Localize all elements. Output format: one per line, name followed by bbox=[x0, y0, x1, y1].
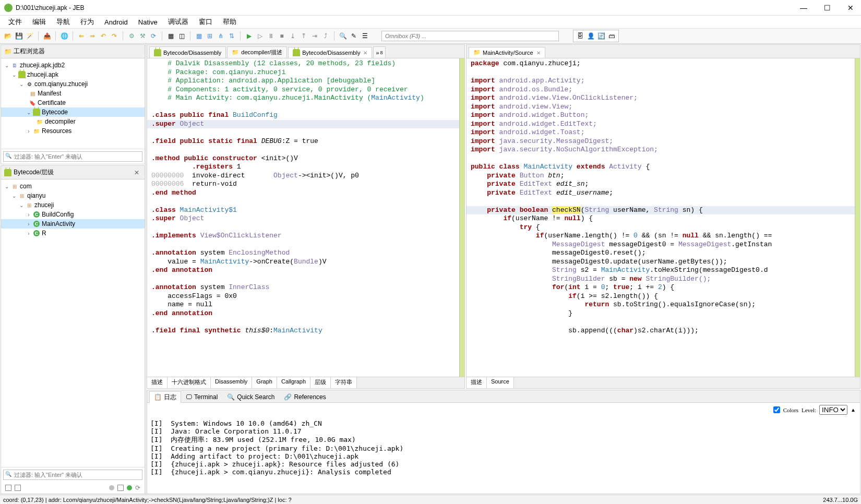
step-icon[interactable]: ⇥ bbox=[310, 31, 319, 41]
layout-icon[interactable]: ◫ bbox=[177, 31, 186, 41]
layout-icon[interactable]: ▦ bbox=[166, 31, 175, 41]
subtab-hex[interactable]: 十六进制格式 bbox=[168, 377, 211, 388]
tree-resources[interactable]: ›📁Resources bbox=[1, 126, 145, 136]
grid-icon[interactable]: ⊞ bbox=[205, 31, 214, 41]
menu-action[interactable]: 行为 bbox=[76, 16, 98, 28]
log-view[interactable]: Colors Level: INFO ▲ [I] System: Windows… bbox=[147, 403, 860, 494]
close-button[interactable]: ✕ bbox=[844, 4, 857, 12]
refresh-icon[interactable]: ⟳ bbox=[135, 484, 140, 491]
tree-mainactivity[interactable]: ›CMainActivity bbox=[1, 219, 145, 229]
tab-bytecode-disassembly[interactable]: Bytecode/Disassembly bbox=[149, 46, 226, 58]
tab-log[interactable]: 📋日志 bbox=[149, 391, 181, 403]
tree-apk[interactable]: ⌄zhuceji.apk bbox=[1, 70, 145, 79]
menu-help[interactable]: 帮助 bbox=[219, 16, 241, 28]
save-icon[interactable]: 💾 bbox=[14, 31, 23, 41]
tree-buildconfig[interactable]: ›CBuildConfig bbox=[1, 210, 145, 219]
open-icon[interactable]: 📂 bbox=[3, 31, 13, 41]
tab-quicksearch[interactable]: 🔍Quick Search bbox=[222, 391, 279, 402]
db-icon[interactable]: 🗃 bbox=[607, 31, 616, 41]
list-icon[interactable]: ☰ bbox=[360, 31, 369, 41]
tree-decompiler[interactable]: 📁decompiler bbox=[1, 117, 145, 126]
menu-android[interactable]: Android bbox=[100, 17, 132, 27]
globe-icon[interactable]: 🌐 bbox=[59, 31, 69, 41]
checkbox[interactable] bbox=[5, 485, 11, 491]
tab-mainactivity-source[interactable]: 📁MainActivity/Source✕ bbox=[469, 47, 545, 58]
menu-debugger[interactable]: 调试器 bbox=[164, 16, 193, 28]
hierarchy-icon[interactable]: ⇅ bbox=[227, 31, 236, 41]
level-select[interactable]: INFO bbox=[819, 405, 847, 415]
tree-package[interactable]: ⌄⚙com.qianyu.zhuceji bbox=[1, 79, 145, 89]
undo-icon[interactable]: ↶ bbox=[99, 31, 108, 41]
tree-bytecode[interactable]: ⌄Bytecode bbox=[1, 107, 145, 117]
grid-icon[interactable]: ▦ bbox=[194, 31, 204, 41]
forward-icon[interactable]: ⇒ bbox=[88, 31, 97, 41]
run-icon[interactable]: ▶ bbox=[244, 31, 254, 41]
pause-icon[interactable]: ⏸ bbox=[266, 31, 276, 41]
close-icon[interactable]: ✕ bbox=[536, 50, 541, 56]
menu-window[interactable]: 窗口 bbox=[195, 16, 217, 28]
close-icon[interactable]: ✕ bbox=[363, 50, 367, 56]
overview-ruler[interactable] bbox=[855, 58, 860, 377]
menu-native[interactable]: Native bbox=[134, 17, 162, 27]
subtab-disasm[interactable]: Disassembly bbox=[211, 377, 252, 388]
status-dot[interactable] bbox=[109, 485, 114, 490]
redo-icon[interactable]: ↷ bbox=[110, 31, 119, 41]
hierarchy-filter-input[interactable] bbox=[3, 470, 142, 480]
step-icon[interactable]: ⤴ bbox=[321, 31, 330, 41]
play-icon[interactable]: ▷ bbox=[255, 31, 265, 41]
search-icon[interactable]: 🔍 bbox=[338, 31, 348, 41]
stop-icon[interactable]: ■ bbox=[277, 31, 286, 41]
tree-com[interactable]: ⌄⊞com bbox=[1, 182, 145, 191]
colors-checkbox[interactable] bbox=[773, 406, 780, 413]
tool-icon[interactable]: ⚙ bbox=[127, 31, 136, 41]
wand-icon[interactable]: 🪄 bbox=[25, 31, 34, 41]
subtab-desc[interactable]: 描述 bbox=[147, 377, 168, 388]
disassembly-view[interactable]: # Dalvik Disassembly (12 classes, 20 met… bbox=[147, 58, 459, 377]
status-dot[interactable] bbox=[127, 485, 132, 490]
menu-navigate[interactable]: 导航 bbox=[52, 16, 74, 28]
minimize-button[interactable]: — bbox=[797, 4, 810, 12]
project-tree[interactable]: ⌄🗎zhuceji.apk.jdb2 ⌄zhuceji.apk ⌄⚙com.qi… bbox=[1, 58, 145, 149]
tree-r[interactable]: ›CR bbox=[1, 229, 145, 238]
sync-icon[interactable]: 🔄 bbox=[596, 31, 606, 41]
hierarchy-tree[interactable]: ⌄⊞com ⌄⊞qianyu ⌄⊞zhuceji ›CBuildConfig ›… bbox=[1, 179, 145, 467]
tree-manifest[interactable]: ▤Manifest bbox=[1, 89, 145, 98]
omnibox-input[interactable] bbox=[381, 31, 559, 41]
graph-icon[interactable]: ⋔ bbox=[216, 31, 225, 41]
maximize-button[interactable]: ☐ bbox=[821, 4, 834, 12]
tab-bytecode-disassembly-active[interactable]: Bytecode/Disassembly✕ bbox=[288, 47, 372, 58]
export-icon[interactable]: 📤 bbox=[42, 31, 52, 41]
refresh-icon[interactable]: ⟳ bbox=[149, 31, 158, 41]
back-icon[interactable]: ⇐ bbox=[77, 31, 86, 41]
wand-icon[interactable]: ✎ bbox=[349, 31, 358, 41]
step-icon[interactable]: ⤓ bbox=[288, 31, 297, 41]
tab-decompiler[interactable]: 📁decompiler/描述 bbox=[227, 46, 287, 58]
subtab-graph[interactable]: Graph bbox=[252, 377, 277, 388]
db-icon[interactable]: 🗄 bbox=[576, 31, 585, 41]
overview-ruler[interactable] bbox=[459, 58, 464, 377]
tree-root[interactable]: ⌄🗎zhuceji.apk.jdb2 bbox=[1, 61, 145, 70]
step-icon[interactable]: ⤒ bbox=[299, 31, 308, 41]
tree-certificate[interactable]: 🔖Certificate bbox=[1, 98, 145, 107]
menu-edit[interactable]: 编辑 bbox=[28, 16, 50, 28]
tab-more[interactable]: »8 bbox=[373, 46, 385, 58]
source-view[interactable]: package com.qianyu.zhuceji; import andro… bbox=[467, 58, 855, 377]
tree-zhuceji[interactable]: ⌄⊞zhuceji bbox=[1, 200, 145, 210]
menu-file[interactable]: 文件 bbox=[4, 16, 26, 28]
checkbox[interactable] bbox=[15, 485, 21, 491]
scroll-up-icon[interactable]: ▲ bbox=[851, 407, 856, 413]
subtab-desc[interactable]: 描述 bbox=[467, 377, 487, 388]
tab-terminal[interactable]: 🖵Terminal bbox=[181, 391, 222, 402]
omnibox[interactable] bbox=[381, 31, 559, 41]
subtab-hierarchy[interactable]: 层级 bbox=[310, 377, 331, 388]
close-icon[interactable]: ✕ bbox=[132, 169, 141, 176]
tree-qianyu[interactable]: ⌄⊞qianyu bbox=[1, 191, 145, 200]
subtab-callgraph[interactable]: Callgraph bbox=[277, 377, 310, 388]
subtab-source[interactable]: Source bbox=[487, 377, 514, 388]
checkbox[interactable] bbox=[117, 485, 124, 491]
person-icon[interactable]: 👤 bbox=[586, 31, 595, 41]
subtab-strings[interactable]: 字符串 bbox=[331, 377, 357, 388]
tool-icon[interactable]: ⚒ bbox=[138, 31, 147, 41]
project-filter-input[interactable] bbox=[3, 151, 142, 162]
tab-references[interactable]: 🔗References bbox=[279, 391, 330, 402]
